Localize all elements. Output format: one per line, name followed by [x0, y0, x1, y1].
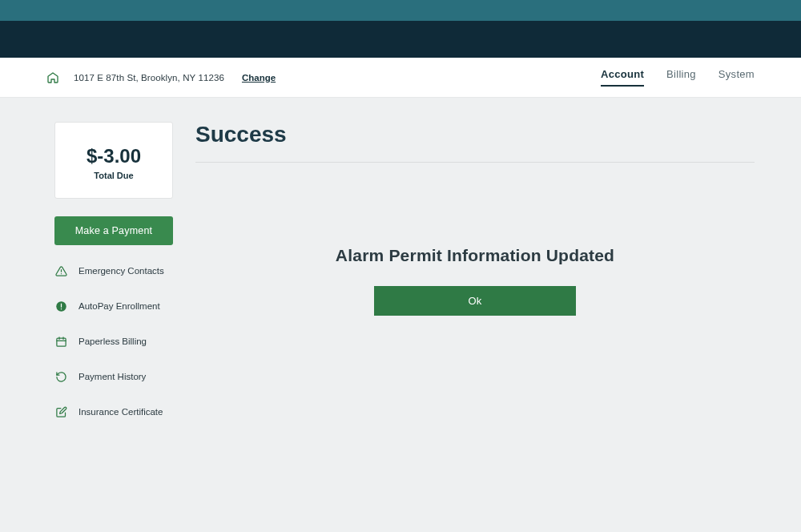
balance-card: $-3.00 Total Due [54, 122, 173, 199]
sidebar-link-payment-history[interactable]: Payment History [54, 370, 173, 383]
sidebar-link-insurance-certificate[interactable]: Insurance Certificate [54, 405, 173, 418]
tab-account[interactable]: Account [601, 68, 644, 87]
make-payment-button[interactable]: Make a Payment [54, 216, 173, 245]
sidebar-item-label: Paperless Billing [78, 337, 147, 346]
sidebar-link-autopay[interactable]: AutoPay Enrollment [54, 300, 173, 312]
main-panel: Success Alarm Permit Information Updated… [195, 122, 755, 418]
svg-rect-5 [56, 338, 65, 346]
page-title: Success [195, 122, 755, 147]
sidebar-links: Emergency Contacts AutoPay Enrollment [54, 264, 173, 418]
sidebar-link-paperless-billing[interactable]: Paperless Billing [54, 335, 173, 348]
sidebar-item-label: Emergency Contacts [78, 266, 164, 276]
sidebar-item-label: Payment History [78, 372, 146, 381]
svg-rect-3 [60, 303, 61, 307]
edit-square-icon [54, 405, 67, 418]
ok-button[interactable]: Ok [374, 286, 576, 316]
confirmation-area: Alarm Permit Information Updated Ok [195, 246, 755, 316]
tab-system[interactable]: System [718, 68, 755, 85]
sidebar-item-label: Insurance Certificate [78, 407, 163, 417]
sidebar-item-label: AutoPay Enrollment [78, 301, 160, 311]
sidebar-link-emergency-contacts[interactable]: Emergency Contacts [54, 264, 173, 277]
alert-triangle-icon [54, 264, 67, 277]
balance-label: Total Due [63, 171, 164, 180]
home-icon [46, 71, 59, 84]
divider [195, 162, 755, 163]
address-bar: 1017 E 87th St, Brooklyn, NY 11236 Chang… [0, 58, 801, 98]
history-icon [54, 370, 67, 383]
calendar-icon [54, 335, 67, 348]
tab-billing[interactable]: Billing [666, 68, 696, 85]
alert-circle-filled-icon [54, 300, 67, 312]
balance-amount: $-3.00 [63, 145, 164, 167]
top-tabs: Account Billing System [601, 68, 755, 87]
top-banner-dark [0, 21, 801, 58]
svg-rect-4 [60, 308, 61, 309]
change-address-link[interactable]: Change [242, 73, 276, 83]
address-text: 1017 E 87th St, Brooklyn, NY 11236 [74, 73, 224, 83]
sidebar: $-3.00 Total Due Make a Payment Emergenc… [54, 122, 173, 418]
confirmation-heading: Alarm Permit Information Updated [195, 246, 755, 265]
content-area: $-3.00 Total Due Make a Payment Emergenc… [0, 98, 801, 418]
top-banner-teal [0, 0, 801, 21]
